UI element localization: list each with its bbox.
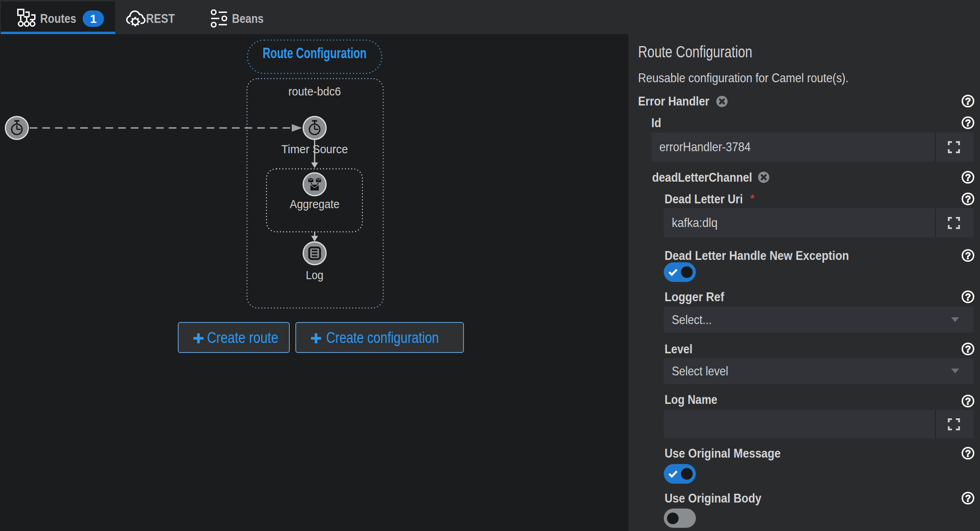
svg-text:route-bdc6: route-bdc6 (289, 85, 341, 98)
svg-text:?: ? (965, 118, 971, 128)
svg-text:Aggregate: Aggregate (290, 197, 340, 211)
svg-text:?: ? (965, 172, 971, 183)
svg-text:?: ? (965, 344, 971, 355)
svg-text:?: ? (965, 448, 971, 459)
svg-text:Route Configuration: Route Configuration (263, 45, 367, 61)
svg-text:Log: Log (306, 268, 323, 282)
svg-text:Timer Source: Timer Source (281, 142, 348, 156)
svg-text:?: ? (965, 292, 971, 302)
svg-text:?: ? (965, 96, 971, 107)
svg-text:?: ? (965, 250, 971, 261)
svg-text:?: ? (965, 493, 971, 504)
svg-text:?: ? (965, 396, 971, 407)
svg-text:?: ? (965, 194, 971, 205)
